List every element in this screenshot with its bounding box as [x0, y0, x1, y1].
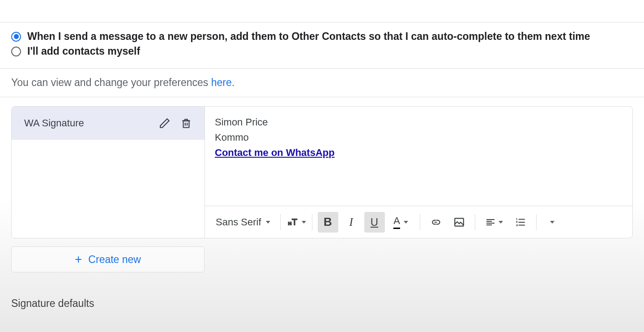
text-color-icon: A: [393, 215, 400, 229]
toolbar-separator: [420, 214, 420, 230]
signature-list: WA Signature: [12, 107, 205, 238]
radio-label-manual: I'll add contacts myself: [27, 45, 140, 57]
caret-down-icon: [266, 221, 270, 224]
font-size-button[interactable]: [286, 212, 307, 233]
signature-item[interactable]: WA Signature: [12, 107, 205, 140]
underline-button[interactable]: U: [364, 212, 385, 233]
preferences-note: You can view and change your preferences…: [0, 69, 644, 97]
link-icon: [430, 216, 442, 228]
font-family-label: Sans Serif: [216, 216, 261, 228]
caret-down-icon: [404, 221, 408, 224]
delete-signature-button[interactable]: [180, 117, 192, 129]
signature-editor-container: WA Signature Simon Price Kommo Contact m…: [11, 106, 633, 238]
plus-icon: +: [75, 253, 82, 266]
signature-item-actions: [159, 117, 192, 129]
bold-icon: B: [324, 215, 332, 229]
radio-icon: [11, 32, 21, 42]
font-size-icon: [286, 216, 299, 229]
pref-prefix: You can view and change your preferences: [11, 77, 211, 88]
signature-whatsapp-link[interactable]: Contact me on WhatsApp: [215, 147, 335, 158]
align-button[interactable]: [481, 212, 508, 233]
radio-option-auto[interactable]: When I send a message to a new person, a…: [11, 30, 633, 43]
signature-line2: Kommo: [215, 130, 623, 145]
radio-option-manual[interactable]: I'll add contacts myself: [11, 45, 633, 57]
toolbar-separator: [312, 214, 312, 230]
insert-image-button[interactable]: [449, 212, 469, 233]
trash-icon: [180, 117, 192, 129]
signature-editor: Simon Price Kommo Contact me on WhatsApp…: [205, 107, 632, 238]
create-new-label: Create new: [88, 254, 141, 266]
pencil-icon: [159, 117, 171, 129]
numbered-list-button[interactable]: [510, 212, 531, 233]
caret-down-icon: [302, 221, 306, 224]
caret-down-icon: [499, 221, 503, 224]
underline-icon: U: [371, 216, 378, 229]
formatting-toolbar: Sans Serif B I U A: [205, 206, 632, 238]
top-spacer: [0, 0, 644, 22]
pref-suffix: .: [232, 77, 235, 88]
toolbar-separator: [536, 214, 537, 230]
signature-defaults-heading: Signature defaults: [11, 298, 633, 310]
preferences-link[interactable]: here: [211, 77, 232, 88]
signature-content[interactable]: Simon Price Kommo Contact me on WhatsApp: [205, 107, 632, 206]
image-icon: [453, 216, 465, 228]
toolbar-separator: [475, 214, 475, 230]
create-new-signature-button[interactable]: + Create new: [11, 246, 205, 272]
radio-icon: [11, 47, 21, 56]
radio-label-auto: When I send a message to a new person, a…: [27, 30, 590, 43]
edit-signature-button[interactable]: [159, 117, 171, 129]
signature-line1: Simon Price: [215, 115, 623, 130]
numbered-list-icon: [515, 216, 526, 228]
font-family-selector[interactable]: Sans Serif: [211, 216, 275, 228]
contacts-auto-add-section: When I send a message to a new person, a…: [0, 22, 644, 69]
toolbar-separator: [280, 214, 281, 230]
italic-button[interactable]: I: [341, 212, 362, 233]
align-icon: [485, 217, 496, 228]
signature-item-name: WA Signature: [24, 117, 84, 129]
text-color-button[interactable]: A: [388, 212, 414, 233]
italic-icon: I: [349, 216, 353, 229]
more-formatting-button[interactable]: [542, 212, 563, 233]
bold-button[interactable]: B: [318, 212, 338, 233]
insert-link-button[interactable]: [426, 212, 446, 233]
caret-down-icon: [550, 221, 554, 224]
